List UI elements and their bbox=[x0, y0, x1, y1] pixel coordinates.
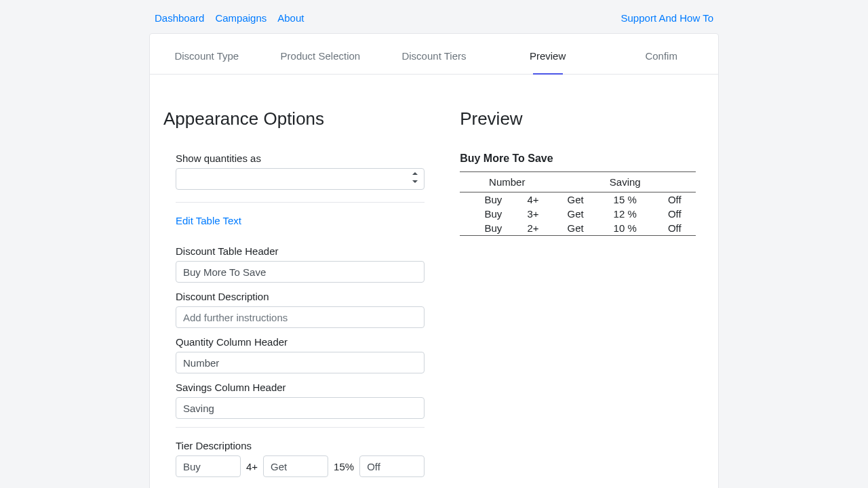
preview-col-saving: Saving bbox=[554, 172, 696, 192]
cell-off: Off bbox=[653, 207, 696, 221]
tab-discount-type[interactable]: Discount Type bbox=[150, 34, 264, 74]
top-nav: Dashboard Campaigns About Support And Ho… bbox=[149, 9, 719, 33]
cell-get: Get bbox=[554, 221, 597, 236]
table-row: Buy 2+ Get 10 % Off bbox=[460, 221, 696, 236]
step-tabs: Discount Type Product Selection Discount… bbox=[150, 34, 718, 75]
quantity-column-header-input[interactable] bbox=[176, 352, 425, 373]
cell-buy: Buy bbox=[460, 207, 512, 221]
cell-off: Off bbox=[653, 192, 696, 207]
table-row: Buy 4+ Get 15 % Off bbox=[460, 192, 696, 207]
table-row: Buy 3+ Get 12 % Off bbox=[460, 207, 696, 221]
cell-pct: 15 % bbox=[597, 192, 654, 207]
quantity-column-header-label: Quantity Column Header bbox=[176, 336, 425, 348]
tab-preview[interactable]: Preview bbox=[491, 34, 605, 74]
show-quantities-label: Show quantities as bbox=[176, 152, 425, 164]
nav-support[interactable]: Support And How To bbox=[621, 12, 713, 24]
tier-pct-text: 15% bbox=[334, 461, 354, 472]
appearance-heading: Appearance Options bbox=[163, 108, 437, 129]
tab-product-selection[interactable]: Product Selection bbox=[264, 34, 378, 74]
nav-campaigns[interactable]: Campaigns bbox=[215, 12, 267, 24]
tier-get-input[interactable] bbox=[263, 455, 328, 477]
discount-description-input[interactable] bbox=[176, 306, 425, 328]
cell-off: Off bbox=[653, 221, 696, 236]
cell-qty: 3+ bbox=[512, 207, 555, 221]
tier-off-input[interactable] bbox=[359, 455, 425, 477]
separator-2 bbox=[176, 427, 425, 428]
preview-table-title: Buy More To Save bbox=[460, 152, 696, 171]
tier-descriptions-label: Tier Descriptions bbox=[176, 440, 425, 451]
show-quantities-select[interactable] bbox=[176, 168, 425, 190]
cell-qty: 2+ bbox=[512, 221, 555, 236]
tier-row: 4+ 15% bbox=[176, 455, 425, 477]
cell-pct: 10 % bbox=[597, 221, 654, 236]
cell-buy: Buy bbox=[460, 221, 512, 236]
preview-heading: Preview bbox=[460, 108, 705, 129]
preview-col-number: Number bbox=[460, 172, 554, 192]
nav-about[interactable]: About bbox=[277, 12, 304, 24]
discount-table-header-input[interactable] bbox=[176, 261, 425, 283]
cell-buy: Buy bbox=[460, 192, 512, 207]
cell-get: Get bbox=[554, 192, 597, 207]
cell-get: Get bbox=[554, 207, 597, 221]
preview-table-wrap: Buy More To Save Number Saving bbox=[460, 152, 696, 236]
discount-table-header-label: Discount Table Header bbox=[176, 245, 425, 257]
tier-buy-input[interactable] bbox=[176, 455, 241, 477]
cell-pct: 12 % bbox=[597, 207, 654, 221]
tab-discount-tiers[interactable]: Discount Tiers bbox=[377, 34, 491, 74]
cell-qty: 4+ bbox=[512, 192, 555, 207]
discount-description-label: Discount Description bbox=[176, 291, 425, 302]
separator bbox=[176, 202, 425, 203]
savings-column-header-input[interactable] bbox=[176, 397, 425, 419]
tab-confirm[interactable]: Confim bbox=[604, 34, 718, 74]
tier-qty-text: 4+ bbox=[246, 461, 258, 472]
edit-table-text-link[interactable]: Edit Table Text bbox=[176, 215, 241, 226]
nav-dashboard[interactable]: Dashboard bbox=[155, 12, 204, 24]
savings-column-header-label: Savings Column Header bbox=[176, 382, 425, 393]
main-panel: Discount Type Product Selection Discount… bbox=[149, 33, 719, 488]
